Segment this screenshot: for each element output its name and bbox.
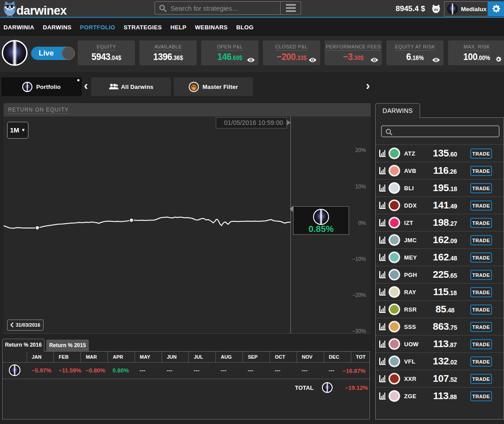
svg-text:ds: ds <box>434 8 438 12</box>
